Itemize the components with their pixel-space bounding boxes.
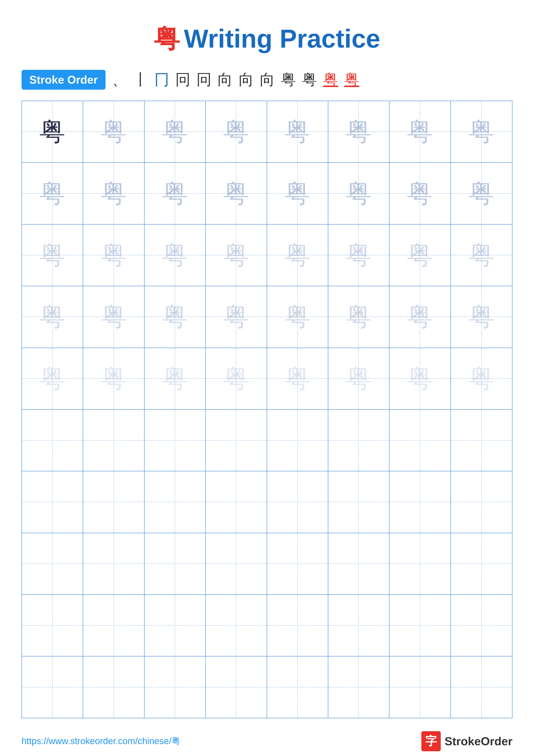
grid-cell-8-2[interactable] bbox=[83, 533, 144, 594]
grid-cell-8-1[interactable] bbox=[22, 533, 83, 594]
grid-cell-3-3[interactable]: 粤 bbox=[144, 225, 206, 286]
grid-cell-2-6[interactable]: 粤 bbox=[328, 163, 390, 224]
grid-cell-4-2[interactable]: 粤 bbox=[83, 286, 144, 347]
cell-char: 粤 bbox=[101, 299, 127, 335]
grid-row-6 bbox=[22, 410, 512, 471]
grid-cell-8-8[interactable] bbox=[451, 533, 512, 594]
grid-cell-9-1[interactable] bbox=[22, 595, 83, 656]
grid-cell-6-8[interactable] bbox=[451, 410, 512, 471]
grid-cell-5-8[interactable]: 粤 bbox=[451, 348, 512, 409]
cell-char: 粤 bbox=[407, 114, 433, 149]
grid-cell-4-4[interactable]: 粤 bbox=[206, 286, 267, 347]
grid-cell-1-4[interactable]: 粤 bbox=[206, 101, 267, 162]
grid-cell-10-6[interactable] bbox=[328, 657, 390, 717]
grid-cell-3-1[interactable]: 粤 bbox=[22, 225, 83, 286]
grid-cell-1-8[interactable]: 粤 bbox=[451, 101, 512, 162]
grid-cell-9-7[interactable] bbox=[390, 595, 451, 656]
grid-cell-6-7[interactable] bbox=[390, 410, 451, 471]
grid-cell-9-2[interactable] bbox=[83, 595, 144, 656]
grid-cell-7-7[interactable] bbox=[390, 471, 451, 532]
grid-cell-6-2[interactable] bbox=[83, 410, 144, 471]
grid-cell-2-8[interactable]: 粤 bbox=[451, 163, 512, 224]
grid-cell-5-5[interactable]: 粤 bbox=[267, 348, 328, 409]
grid-cell-7-2[interactable] bbox=[83, 471, 144, 532]
grid-cell-3-4[interactable]: 粤 bbox=[206, 225, 267, 286]
grid-cell-9-3[interactable] bbox=[144, 595, 206, 656]
cell-char: 粤 bbox=[285, 361, 310, 396]
grid-cell-5-6[interactable]: 粤 bbox=[328, 348, 390, 409]
grid-cell-7-6[interactable] bbox=[328, 471, 390, 532]
grid-row-8 bbox=[22, 533, 512, 595]
grid-cell-8-4[interactable] bbox=[206, 533, 267, 594]
grid-cell-10-2[interactable] bbox=[83, 657, 144, 717]
title-char: 粤 bbox=[154, 24, 180, 53]
grid-cell-6-6[interactable] bbox=[328, 410, 390, 471]
grid-cell-2-7[interactable]: 粤 bbox=[390, 163, 451, 224]
grid-cell-6-5[interactable] bbox=[267, 410, 328, 471]
grid-cell-5-7[interactable]: 粤 bbox=[390, 348, 451, 409]
grid-cell-4-5[interactable]: 粤 bbox=[267, 286, 328, 347]
grid-cell-4-6[interactable]: 粤 bbox=[328, 286, 390, 347]
cell-char: 粤 bbox=[162, 237, 188, 273]
grid-cell-1-6[interactable]: 粤 bbox=[328, 101, 390, 162]
cell-char: 粤 bbox=[223, 299, 249, 335]
stroke-step-1: 、 bbox=[112, 69, 127, 90]
stroke-order-row: Stroke Order 、 丨 冂 冋 冋 向 向 向 粤 粤 粤 粤 bbox=[21, 69, 513, 90]
grid-cell-7-8[interactable] bbox=[451, 471, 512, 532]
grid-cell-3-7[interactable]: 粤 bbox=[390, 225, 451, 286]
grid-cell-7-3[interactable] bbox=[144, 471, 206, 532]
grid-cell-2-2[interactable]: 粤 bbox=[83, 163, 144, 224]
grid-cell-2-3[interactable]: 粤 bbox=[144, 163, 206, 224]
grid-cell-3-2[interactable]: 粤 bbox=[83, 225, 144, 286]
grid-cell-5-1[interactable]: 粤 bbox=[22, 348, 83, 409]
grid-cell-10-4[interactable] bbox=[206, 657, 267, 717]
cell-char: 粤 bbox=[469, 237, 495, 273]
grid-cell-1-7[interactable]: 粤 bbox=[390, 101, 451, 162]
cell-char: 粤 bbox=[285, 114, 310, 149]
grid-cell-3-5[interactable]: 粤 bbox=[267, 225, 328, 286]
grid-cell-8-3[interactable] bbox=[144, 533, 206, 594]
grid-cell-9-4[interactable] bbox=[206, 595, 267, 656]
grid-cell-6-4[interactable] bbox=[206, 410, 267, 471]
grid-cell-10-8[interactable] bbox=[451, 657, 512, 717]
grid-cell-10-5[interactable] bbox=[267, 657, 328, 717]
grid-cell-9-5[interactable] bbox=[267, 595, 328, 656]
grid-cell-2-4[interactable]: 粤 bbox=[206, 163, 267, 224]
grid-cell-4-8[interactable]: 粤 bbox=[451, 286, 512, 347]
grid-cell-8-7[interactable] bbox=[390, 533, 451, 594]
grid-cell-9-6[interactable] bbox=[328, 595, 390, 656]
grid-cell-7-5[interactable] bbox=[267, 471, 328, 532]
cell-char: 粤 bbox=[346, 176, 371, 211]
stroke-step-6: 向 bbox=[217, 69, 233, 90]
cell-char: 粤 bbox=[223, 237, 249, 273]
grid-cell-5-2[interactable]: 粤 bbox=[83, 348, 144, 409]
grid-cell-7-4[interactable] bbox=[206, 471, 267, 532]
grid-cell-8-5[interactable] bbox=[267, 533, 328, 594]
grid-cell-1-2[interactable]: 粤 bbox=[83, 101, 144, 162]
grid-cell-10-3[interactable] bbox=[144, 657, 206, 717]
grid-cell-2-1[interactable]: 粤 bbox=[22, 163, 83, 224]
grid-cell-10-1[interactable] bbox=[22, 657, 83, 717]
grid-cell-2-5[interactable]: 粤 bbox=[267, 163, 328, 224]
grid-cell-7-1[interactable] bbox=[22, 471, 83, 532]
grid-cell-5-4[interactable]: 粤 bbox=[206, 348, 267, 409]
grid-cell-8-6[interactable] bbox=[328, 533, 390, 594]
grid-cell-5-3[interactable]: 粤 bbox=[144, 348, 206, 409]
grid-cell-3-8[interactable]: 粤 bbox=[451, 225, 512, 286]
grid-cell-3-6[interactable]: 粤 bbox=[328, 225, 390, 286]
grid-row-7 bbox=[22, 471, 512, 533]
grid-cell-9-8[interactable] bbox=[451, 595, 512, 656]
cell-char: 粤 bbox=[469, 299, 495, 335]
grid-cell-4-3[interactable]: 粤 bbox=[144, 286, 206, 347]
grid-cell-4-7[interactable]: 粤 bbox=[390, 286, 451, 347]
grid-cell-6-1[interactable] bbox=[22, 410, 83, 471]
grid-cell-1-1[interactable]: 粤 bbox=[22, 101, 83, 162]
grid-cell-4-1[interactable]: 粤 bbox=[22, 286, 83, 347]
grid-cell-10-7[interactable] bbox=[390, 657, 451, 717]
grid-cell-1-5[interactable]: 粤 bbox=[267, 101, 328, 162]
grid-cell-1-3[interactable]: 粤 bbox=[144, 101, 206, 162]
footer-url[interactable]: https://www.strokeorder.com/chinese/粤 bbox=[21, 735, 181, 747]
stroke-steps: 、 丨 冂 冋 冋 向 向 向 粤 粤 粤 粤 bbox=[112, 69, 359, 90]
grid-cell-6-3[interactable] bbox=[144, 410, 206, 471]
footer-logo-text: StrokeOrder bbox=[445, 735, 513, 748]
